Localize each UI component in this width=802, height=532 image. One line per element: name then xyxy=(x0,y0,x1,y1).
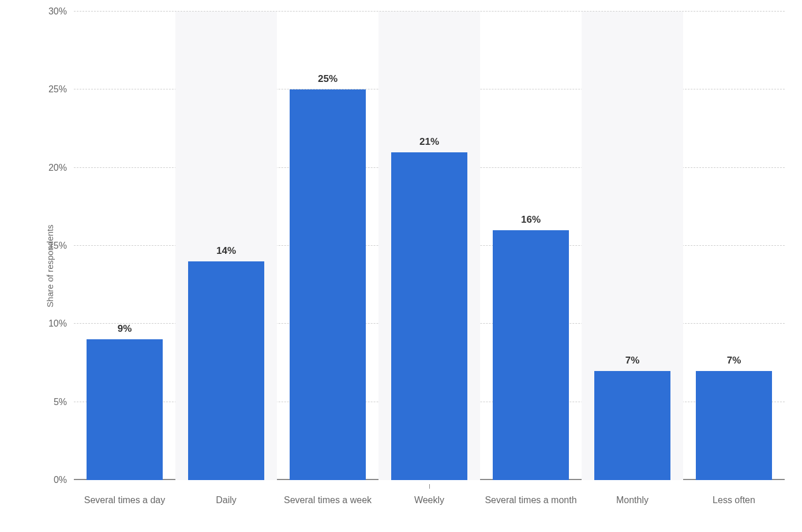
bars-container: 9% 14% 25% 21% xyxy=(74,12,785,480)
bar-value-label: 14% xyxy=(216,245,236,261)
y-tick-label: 5% xyxy=(54,397,74,407)
x-tick-label: Weekly xyxy=(378,489,480,523)
x-tick-mark xyxy=(429,484,430,489)
bar-slot: 7% xyxy=(683,12,785,480)
bar-value-label: 7% xyxy=(625,355,640,371)
x-tick-label: Daily xyxy=(175,489,277,523)
bar-slot: 25% xyxy=(277,12,378,480)
y-tick-label: 25% xyxy=(48,84,74,95)
bar-chart: Share of respondents 30% 25% 20% 15% 10%… xyxy=(0,0,802,532)
x-tick-label: Several times a day xyxy=(74,489,175,523)
bar[interactable]: 21% xyxy=(391,152,467,480)
bar[interactable]: 25% xyxy=(290,89,366,480)
x-tick-label: Several times a week xyxy=(277,489,378,523)
y-tick-label: 15% xyxy=(48,241,74,251)
bar-value-label: 7% xyxy=(727,355,741,371)
x-tick-label: Several times a month xyxy=(480,489,582,523)
y-tick-label: 10% xyxy=(48,319,74,329)
y-tick-label: 20% xyxy=(48,163,74,173)
bar[interactable]: 9% xyxy=(87,339,163,480)
bar[interactable]: 7% xyxy=(696,371,772,480)
x-axis-labels: Several times a day Daily Several times … xyxy=(74,489,785,523)
y-tick-label: 0% xyxy=(54,475,74,485)
bar-value-label: 16% xyxy=(521,214,541,230)
x-tick-label: Monthly xyxy=(582,489,683,523)
bar-slot: 16% xyxy=(480,12,582,480)
bar-slot: 7% xyxy=(582,12,683,480)
bar-slot: 14% xyxy=(175,12,277,480)
bar[interactable]: 16% xyxy=(493,230,569,480)
bar-slot: 21% xyxy=(378,12,480,480)
y-tick-label: 30% xyxy=(48,6,74,17)
bar-value-label: 9% xyxy=(118,323,132,339)
bar[interactable]: 7% xyxy=(594,371,670,480)
bar-slot: 9% xyxy=(74,12,175,480)
bar-value-label: 25% xyxy=(318,73,338,89)
bar-value-label: 21% xyxy=(419,136,439,152)
bar[interactable]: 14% xyxy=(188,261,264,480)
x-tick-label: Less often xyxy=(683,489,785,523)
y-axis-title: Share of respondents xyxy=(45,224,55,307)
plot-area: 30% 25% 20% 15% 10% 5% 0% 9% xyxy=(74,12,785,480)
